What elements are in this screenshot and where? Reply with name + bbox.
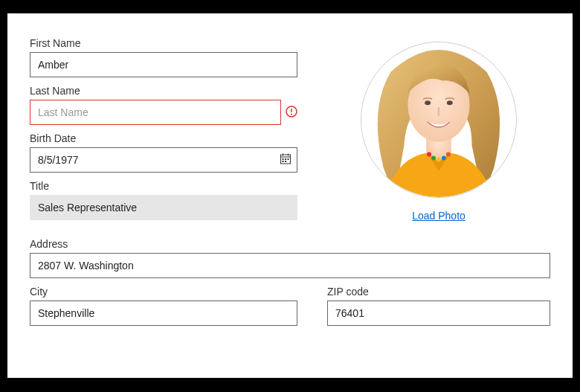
city-field: City — [30, 286, 297, 326]
last-name-label: Last Name — [30, 85, 297, 97]
load-photo-link[interactable]: Load Photo — [412, 210, 465, 222]
svg-point-21 — [442, 156, 446, 161]
city-label: City — [30, 286, 297, 298]
first-name-label: First Name — [30, 37, 297, 49]
address-input[interactable] — [30, 253, 550, 278]
last-name-field: Last Name — [30, 85, 297, 125]
title-value: Sales Representative — [30, 195, 297, 220]
employee-form: First Name Last Name Birth Date — [7, 13, 573, 378]
birth-date-input[interactable] — [30, 147, 297, 173]
svg-point-16 — [425, 100, 431, 105]
svg-point-22 — [446, 152, 451, 157]
address-label: Address — [30, 238, 550, 250]
last-name-input[interactable] — [30, 100, 281, 125]
avatar — [361, 42, 517, 198]
city-input[interactable] — [30, 301, 297, 326]
first-name-input[interactable] — [30, 52, 297, 77]
svg-point-18 — [427, 152, 431, 157]
birth-date-field: Birth Date — [30, 132, 297, 173]
first-name-field: First Name — [30, 37, 297, 77]
avatar-image — [361, 42, 516, 197]
birth-date-label: Birth Date — [30, 132, 297, 144]
svg-point-20 — [436, 158, 441, 162]
svg-point-19 — [431, 156, 436, 161]
title-field: Title Sales Representative — [30, 180, 297, 220]
zip-input[interactable] — [327, 301, 550, 326]
zip-label: ZIP code — [327, 286, 550, 298]
error-icon — [286, 106, 297, 120]
zip-field: ZIP code — [327, 286, 550, 326]
svg-point-2 — [291, 113, 292, 115]
title-label: Title — [30, 180, 297, 192]
address-field: Address — [30, 238, 550, 278]
svg-point-17 — [447, 100, 453, 105]
